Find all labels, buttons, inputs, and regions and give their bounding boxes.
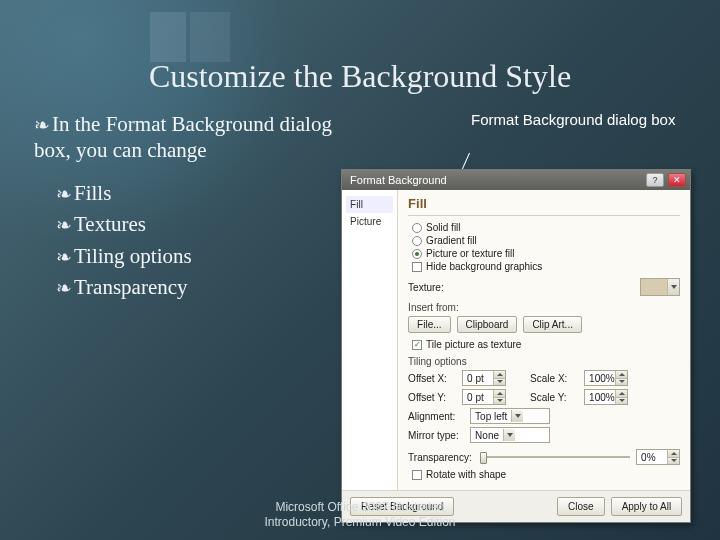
transparency-input[interactable]: 0% <box>636 449 680 465</box>
chk-hide-bg-label: Hide background graphics <box>426 261 542 272</box>
offset-x-input[interactable]: 0 pt <box>462 370 506 386</box>
alignment-label: Alignment: <box>408 411 464 422</box>
radio-gradient-label: Gradient fill <box>426 235 477 246</box>
offset-x-label: Offset X: <box>408 373 456 384</box>
slide: Customize the Background Style In the Fo… <box>0 0 720 540</box>
sub-bullet-textures: Textures <box>56 209 333 241</box>
footer-line-1: Microsoft Office 2007-Illustrated <box>0 500 720 515</box>
mirror-label: Mirror type: <box>408 430 464 441</box>
alignment-combo[interactable]: Top left <box>470 408 550 424</box>
left-column: In the Format Background dialog box, you… <box>24 111 333 304</box>
scale-y-label: Scale Y: <box>530 392 578 403</box>
format-background-dialog: Format Background ? ✕ Fill Picture Fill … <box>341 169 691 523</box>
texture-picker[interactable] <box>640 278 680 296</box>
dialog-main: Fill Solid fill Gradient fill Picture or… <box>398 190 690 490</box>
radio-solid-label: Solid fill <box>426 222 460 233</box>
dialog-title: Format Background <box>350 174 447 186</box>
right-column: Format Background dialog box Format Back… <box>341 111 696 304</box>
chevron-down-icon <box>667 279 679 295</box>
help-button[interactable]: ? <box>646 173 664 187</box>
section-fill-title: Fill <box>408 196 680 211</box>
callout-label: Format Background dialog box <box>471 111 675 129</box>
tiling-options-label: Tiling options <box>408 356 680 367</box>
nav-picture[interactable]: Picture <box>346 213 393 230</box>
footer-line-2: Introductory, Premium Video Edition <box>0 515 720 530</box>
radio-gradient[interactable] <box>412 236 422 246</box>
dialog-titlebar[interactable]: Format Background ? ✕ <box>342 170 690 190</box>
mirror-combo[interactable]: None <box>470 427 550 443</box>
file-button[interactable]: File... <box>408 316 450 333</box>
offset-y-input[interactable]: 0 pt <box>462 389 506 405</box>
transparency-slider[interactable] <box>480 450 630 464</box>
main-bullet: In the Format Background dialog box, you… <box>34 111 333 164</box>
texture-label: Texture: <box>408 282 444 293</box>
scale-x-label: Scale X: <box>530 373 578 384</box>
transparency-label: Transparency: <box>408 452 474 463</box>
nav-fill[interactable]: Fill <box>346 196 393 213</box>
radio-solid[interactable] <box>412 223 422 233</box>
chk-rotate-label: Rotate with shape <box>426 469 506 480</box>
close-icon[interactable]: ✕ <box>668 173 686 187</box>
slide-title: Customize the Background Style <box>24 58 696 95</box>
sub-bullet-fills: Fills <box>56 178 333 210</box>
offset-y-label: Offset Y: <box>408 392 456 403</box>
clipboard-button[interactable]: Clipboard <box>457 316 518 333</box>
chk-hide-bg[interactable] <box>412 262 422 272</box>
scale-y-input[interactable]: 100% <box>584 389 628 405</box>
divider <box>408 215 680 216</box>
sub-bullet-transparency: Transparency <box>56 272 333 304</box>
chevron-down-icon <box>503 429 515 441</box>
clipart-button[interactable]: Clip Art... <box>523 316 582 333</box>
chevron-down-icon <box>511 410 523 422</box>
chk-tile[interactable]: ✓ <box>412 340 422 350</box>
insert-from-label: Insert from: <box>408 302 680 313</box>
slide-footer: Microsoft Office 2007-Illustrated Introd… <box>0 500 720 530</box>
radio-picture[interactable] <box>412 249 422 259</box>
dialog-nav: Fill Picture <box>342 190 398 490</box>
chk-tile-label: Tile picture as texture <box>426 339 521 350</box>
radio-picture-label: Picture or texture fill <box>426 248 514 259</box>
scale-x-input[interactable]: 100% <box>584 370 628 386</box>
chk-rotate[interactable] <box>412 470 422 480</box>
sub-bullet-tiling: Tiling options <box>56 241 333 273</box>
